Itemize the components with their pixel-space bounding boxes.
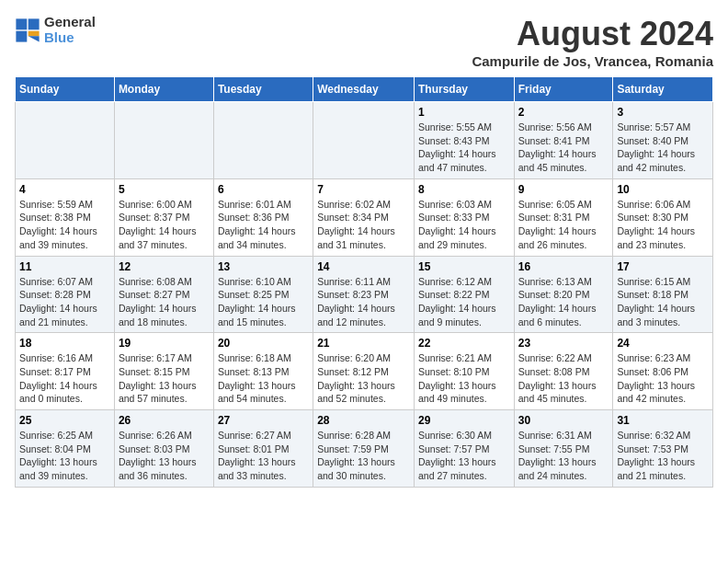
calendar-cell: 13Sunrise: 6:10 AM Sunset: 8:25 PM Dayli… bbox=[213, 256, 313, 333]
day-number: 12 bbox=[119, 260, 210, 273]
calendar-row: 25Sunrise: 6:25 AM Sunset: 8:04 PM Dayli… bbox=[16, 410, 713, 488]
calendar-cell: 15Sunrise: 6:12 AM Sunset: 8:22 PM Dayli… bbox=[414, 256, 514, 333]
calendar-header: SundayMondayTuesdayWednesdayThursdayFrid… bbox=[16, 77, 713, 102]
day-number: 21 bbox=[317, 337, 410, 350]
header-cell: Thursday bbox=[414, 77, 514, 102]
calendar-row: 4Sunrise: 5:59 AM Sunset: 8:38 PM Daylig… bbox=[16, 178, 713, 256]
calendar-cell: 28Sunrise: 6:28 AM Sunset: 7:59 PM Dayli… bbox=[313, 410, 415, 488]
cell-content: Sunrise: 6:12 AM Sunset: 8:22 PM Dayligh… bbox=[418, 275, 510, 329]
svg-rect-4 bbox=[28, 30, 40, 36]
day-number: 18 bbox=[19, 337, 110, 350]
cell-content: Sunrise: 6:03 AM Sunset: 8:33 PM Dayligh… bbox=[418, 198, 510, 252]
calendar-body: 1Sunrise: 5:55 AM Sunset: 8:43 PM Daylig… bbox=[16, 102, 713, 488]
day-number: 30 bbox=[518, 414, 609, 427]
header-cell: Monday bbox=[114, 77, 213, 102]
logo-line1: General bbox=[44, 15, 96, 30]
header-cell: Tuesday bbox=[213, 77, 313, 102]
cell-content: Sunrise: 6:15 AM Sunset: 8:18 PM Dayligh… bbox=[617, 275, 709, 329]
calendar-cell: 30Sunrise: 6:31 AM Sunset: 7:55 PM Dayli… bbox=[514, 410, 613, 488]
svg-rect-1 bbox=[16, 18, 27, 29]
calendar-cell: 22Sunrise: 6:21 AM Sunset: 8:10 PM Dayli… bbox=[414, 333, 514, 410]
calendar-cell bbox=[114, 102, 213, 179]
calendar-cell: 21Sunrise: 6:20 AM Sunset: 8:12 PM Dayli… bbox=[313, 333, 415, 410]
calendar-cell bbox=[16, 102, 115, 179]
day-number: 23 bbox=[518, 337, 609, 350]
cell-content: Sunrise: 6:01 AM Sunset: 8:36 PM Dayligh… bbox=[218, 198, 309, 252]
day-number: 22 bbox=[418, 337, 510, 350]
subtitle: Campurile de Jos, Vrancea, Romania bbox=[472, 53, 713, 69]
cell-content: Sunrise: 6:10 AM Sunset: 8:25 PM Dayligh… bbox=[218, 275, 309, 329]
calendar-cell: 5Sunrise: 6:00 AM Sunset: 8:37 PM Daylig… bbox=[114, 178, 213, 256]
cell-content: Sunrise: 6:05 AM Sunset: 8:31 PM Dayligh… bbox=[518, 198, 609, 252]
cell-content: Sunrise: 6:28 AM Sunset: 7:59 PM Dayligh… bbox=[317, 429, 410, 483]
day-number: 8 bbox=[418, 183, 510, 196]
day-number: 29 bbox=[418, 414, 510, 427]
calendar-cell: 16Sunrise: 6:13 AM Sunset: 8:20 PM Dayli… bbox=[514, 256, 613, 333]
cell-content: Sunrise: 5:55 AM Sunset: 8:43 PM Dayligh… bbox=[418, 121, 510, 175]
day-number: 28 bbox=[317, 414, 410, 427]
day-number: 11 bbox=[19, 260, 110, 273]
calendar-cell bbox=[313, 102, 415, 179]
day-number: 3 bbox=[617, 106, 709, 119]
day-number: 7 bbox=[317, 183, 410, 196]
cell-content: Sunrise: 6:20 AM Sunset: 8:12 PM Dayligh… bbox=[317, 351, 410, 406]
cell-content: Sunrise: 6:27 AM Sunset: 8:01 PM Dayligh… bbox=[218, 429, 309, 483]
day-number: 25 bbox=[19, 414, 110, 427]
day-number: 20 bbox=[218, 337, 309, 350]
cell-content: Sunrise: 6:22 AM Sunset: 8:08 PM Dayligh… bbox=[518, 351, 609, 406]
day-number: 31 bbox=[617, 414, 709, 427]
day-number: 14 bbox=[317, 260, 410, 273]
calendar-cell: 31Sunrise: 6:32 AM Sunset: 7:53 PM Dayli… bbox=[613, 410, 713, 488]
day-number: 27 bbox=[218, 414, 309, 427]
cell-content: Sunrise: 6:16 AM Sunset: 8:17 PM Dayligh… bbox=[19, 351, 110, 406]
calendar-cell: 12Sunrise: 6:08 AM Sunset: 8:27 PM Dayli… bbox=[114, 256, 213, 333]
cell-content: Sunrise: 6:13 AM Sunset: 8:20 PM Dayligh… bbox=[518, 275, 609, 329]
header-cell: Wednesday bbox=[313, 77, 415, 102]
calendar-cell: 19Sunrise: 6:17 AM Sunset: 8:15 PM Dayli… bbox=[114, 333, 213, 410]
logo: General Blue bbox=[15, 15, 96, 45]
cell-content: Sunrise: 6:02 AM Sunset: 8:34 PM Dayligh… bbox=[317, 198, 410, 252]
cell-content: Sunrise: 6:11 AM Sunset: 8:23 PM Dayligh… bbox=[317, 275, 410, 329]
calendar-cell: 11Sunrise: 6:07 AM Sunset: 8:28 PM Dayli… bbox=[16, 256, 115, 333]
calendar-cell: 24Sunrise: 6:23 AM Sunset: 8:06 PM Dayli… bbox=[613, 333, 713, 410]
calendar-cell bbox=[213, 102, 313, 179]
calendar-cell: 4Sunrise: 5:59 AM Sunset: 8:38 PM Daylig… bbox=[16, 178, 115, 256]
calendar-cell: 7Sunrise: 6:02 AM Sunset: 8:34 PM Daylig… bbox=[313, 178, 415, 256]
cell-content: Sunrise: 6:25 AM Sunset: 8:04 PM Dayligh… bbox=[19, 429, 110, 483]
calendar-cell: 10Sunrise: 6:06 AM Sunset: 8:30 PM Dayli… bbox=[613, 178, 713, 256]
day-number: 15 bbox=[418, 260, 510, 273]
calendar-cell: 6Sunrise: 6:01 AM Sunset: 8:36 PM Daylig… bbox=[213, 178, 313, 256]
cell-content: Sunrise: 5:57 AM Sunset: 8:40 PM Dayligh… bbox=[617, 121, 709, 175]
cell-content: Sunrise: 6:21 AM Sunset: 8:10 PM Dayligh… bbox=[418, 351, 510, 406]
calendar-cell: 3Sunrise: 5:57 AM Sunset: 8:40 PM Daylig… bbox=[613, 102, 713, 179]
calendar-cell: 14Sunrise: 6:11 AM Sunset: 8:23 PM Dayli… bbox=[313, 256, 415, 333]
day-number: 9 bbox=[518, 183, 609, 196]
day-number: 6 bbox=[218, 183, 309, 196]
title-area: August 2024 Campurile de Jos, Vrancea, R… bbox=[472, 15, 713, 69]
page-header: General Blue August 2024 Campurile de Jo… bbox=[15, 15, 713, 69]
svg-rect-3 bbox=[16, 30, 27, 41]
header-cell: Sunday bbox=[16, 77, 115, 102]
cell-content: Sunrise: 6:30 AM Sunset: 7:57 PM Dayligh… bbox=[418, 429, 510, 483]
calendar-cell: 1Sunrise: 5:55 AM Sunset: 8:43 PM Daylig… bbox=[414, 102, 514, 179]
header-row: SundayMondayTuesdayWednesdayThursdayFrid… bbox=[16, 77, 713, 102]
day-number: 10 bbox=[617, 183, 709, 196]
cell-content: Sunrise: 6:07 AM Sunset: 8:28 PM Dayligh… bbox=[19, 275, 110, 329]
logo-text: General Blue bbox=[44, 15, 96, 45]
calendar-cell: 29Sunrise: 6:30 AM Sunset: 7:57 PM Dayli… bbox=[414, 410, 514, 488]
logo-line2: Blue bbox=[44, 30, 96, 46]
day-number: 17 bbox=[617, 260, 709, 273]
calendar-cell: 23Sunrise: 6:22 AM Sunset: 8:08 PM Dayli… bbox=[514, 333, 613, 410]
cell-content: Sunrise: 6:31 AM Sunset: 7:55 PM Dayligh… bbox=[518, 429, 609, 483]
calendar-cell: 26Sunrise: 6:26 AM Sunset: 8:03 PM Dayli… bbox=[114, 410, 213, 488]
day-number: 5 bbox=[119, 183, 210, 196]
header-cell: Friday bbox=[514, 77, 613, 102]
header-cell: Saturday bbox=[613, 77, 713, 102]
cell-content: Sunrise: 5:56 AM Sunset: 8:41 PM Dayligh… bbox=[518, 121, 609, 175]
day-number: 26 bbox=[119, 414, 210, 427]
calendar-row: 18Sunrise: 6:16 AM Sunset: 8:17 PM Dayli… bbox=[16, 333, 713, 410]
svg-rect-2 bbox=[28, 18, 40, 29]
calendar-cell: 17Sunrise: 6:15 AM Sunset: 8:18 PM Dayli… bbox=[613, 256, 713, 333]
day-number: 2 bbox=[518, 106, 609, 119]
day-number: 13 bbox=[218, 260, 309, 273]
